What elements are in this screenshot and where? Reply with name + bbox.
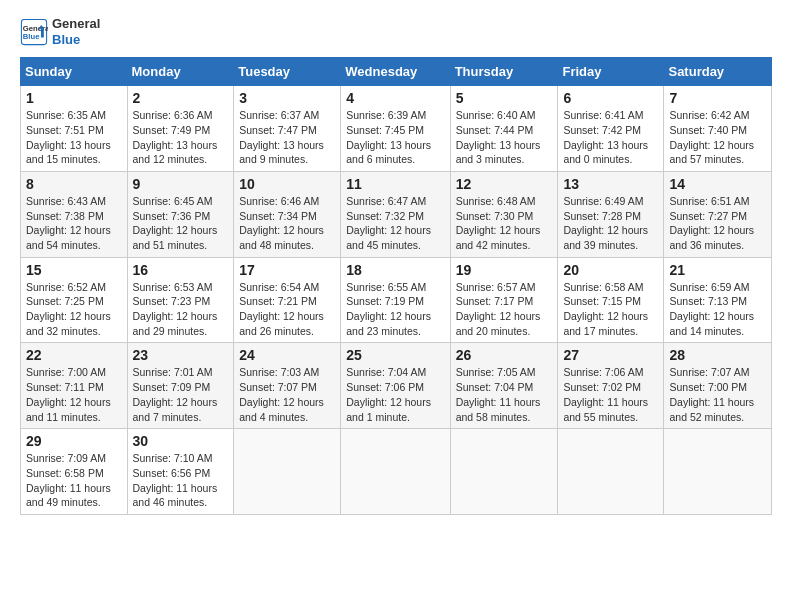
logo-icon: General Blue: [20, 18, 48, 46]
day-number: 17: [239, 262, 335, 278]
logo-text: General Blue: [52, 16, 100, 47]
day-info: Sunrise: 6:58 AM Sunset: 7:15 PM Dayligh…: [563, 280, 658, 339]
col-tuesday: Tuesday: [234, 58, 341, 86]
day-info: Sunrise: 6:57 AM Sunset: 7:17 PM Dayligh…: [456, 280, 553, 339]
table-row: 13Sunrise: 6:49 AM Sunset: 7:28 PM Dayli…: [558, 171, 664, 257]
day-info: Sunrise: 6:54 AM Sunset: 7:21 PM Dayligh…: [239, 280, 335, 339]
day-number: 24: [239, 347, 335, 363]
col-thursday: Thursday: [450, 58, 558, 86]
table-row: 1Sunrise: 6:35 AM Sunset: 7:51 PM Daylig…: [21, 86, 128, 172]
table-row: 3Sunrise: 6:37 AM Sunset: 7:47 PM Daylig…: [234, 86, 341, 172]
day-number: 6: [563, 90, 658, 106]
col-sunday: Sunday: [21, 58, 128, 86]
day-info: Sunrise: 7:09 AM Sunset: 6:58 PM Dayligh…: [26, 451, 122, 510]
table-row: 20Sunrise: 6:58 AM Sunset: 7:15 PM Dayli…: [558, 257, 664, 343]
table-row: 16Sunrise: 6:53 AM Sunset: 7:23 PM Dayli…: [127, 257, 234, 343]
day-number: 19: [456, 262, 553, 278]
svg-text:Blue: Blue: [23, 32, 40, 41]
day-number: 1: [26, 90, 122, 106]
day-number: 18: [346, 262, 444, 278]
day-info: Sunrise: 6:43 AM Sunset: 7:38 PM Dayligh…: [26, 194, 122, 253]
table-row: 8Sunrise: 6:43 AM Sunset: 7:38 PM Daylig…: [21, 171, 128, 257]
day-number: 27: [563, 347, 658, 363]
day-number: 5: [456, 90, 553, 106]
day-info: Sunrise: 7:01 AM Sunset: 7:09 PM Dayligh…: [133, 365, 229, 424]
day-number: 29: [26, 433, 122, 449]
calendar-header-row: Sunday Monday Tuesday Wednesday Thursday…: [21, 58, 772, 86]
table-row: 2Sunrise: 6:36 AM Sunset: 7:49 PM Daylig…: [127, 86, 234, 172]
day-info: Sunrise: 7:06 AM Sunset: 7:02 PM Dayligh…: [563, 365, 658, 424]
day-info: Sunrise: 7:04 AM Sunset: 7:06 PM Dayligh…: [346, 365, 444, 424]
day-info: Sunrise: 7:07 AM Sunset: 7:00 PM Dayligh…: [669, 365, 766, 424]
table-row: 29Sunrise: 7:09 AM Sunset: 6:58 PM Dayli…: [21, 429, 128, 515]
day-number: 10: [239, 176, 335, 192]
day-info: Sunrise: 7:03 AM Sunset: 7:07 PM Dayligh…: [239, 365, 335, 424]
day-info: Sunrise: 6:55 AM Sunset: 7:19 PM Dayligh…: [346, 280, 444, 339]
table-row: 27Sunrise: 7:06 AM Sunset: 7:02 PM Dayli…: [558, 343, 664, 429]
day-number: 22: [26, 347, 122, 363]
table-row: 4Sunrise: 6:39 AM Sunset: 7:45 PM Daylig…: [341, 86, 450, 172]
day-number: 26: [456, 347, 553, 363]
day-number: 14: [669, 176, 766, 192]
day-number: 20: [563, 262, 658, 278]
table-row: [558, 429, 664, 515]
day-number: 3: [239, 90, 335, 106]
day-number: 9: [133, 176, 229, 192]
table-row: 6Sunrise: 6:41 AM Sunset: 7:42 PM Daylig…: [558, 86, 664, 172]
table-row: 28Sunrise: 7:07 AM Sunset: 7:00 PM Dayli…: [664, 343, 772, 429]
col-monday: Monday: [127, 58, 234, 86]
calendar-week-row: 29Sunrise: 7:09 AM Sunset: 6:58 PM Dayli…: [21, 429, 772, 515]
day-number: 12: [456, 176, 553, 192]
day-info: Sunrise: 6:42 AM Sunset: 7:40 PM Dayligh…: [669, 108, 766, 167]
col-wednesday: Wednesday: [341, 58, 450, 86]
day-number: 23: [133, 347, 229, 363]
table-row: 9Sunrise: 6:45 AM Sunset: 7:36 PM Daylig…: [127, 171, 234, 257]
day-number: 11: [346, 176, 444, 192]
table-row: 30Sunrise: 7:10 AM Sunset: 6:56 PM Dayli…: [127, 429, 234, 515]
day-info: Sunrise: 6:49 AM Sunset: 7:28 PM Dayligh…: [563, 194, 658, 253]
col-saturday: Saturday: [664, 58, 772, 86]
table-row: 15Sunrise: 6:52 AM Sunset: 7:25 PM Dayli…: [21, 257, 128, 343]
calendar-week-row: 1Sunrise: 6:35 AM Sunset: 7:51 PM Daylig…: [21, 86, 772, 172]
day-info: Sunrise: 7:10 AM Sunset: 6:56 PM Dayligh…: [133, 451, 229, 510]
table-row: 11Sunrise: 6:47 AM Sunset: 7:32 PM Dayli…: [341, 171, 450, 257]
day-number: 28: [669, 347, 766, 363]
table-row: [234, 429, 341, 515]
day-number: 21: [669, 262, 766, 278]
calendar-table: Sunday Monday Tuesday Wednesday Thursday…: [20, 57, 772, 515]
day-info: Sunrise: 6:41 AM Sunset: 7:42 PM Dayligh…: [563, 108, 658, 167]
day-info: Sunrise: 6:37 AM Sunset: 7:47 PM Dayligh…: [239, 108, 335, 167]
day-number: 15: [26, 262, 122, 278]
table-row: 19Sunrise: 6:57 AM Sunset: 7:17 PM Dayli…: [450, 257, 558, 343]
day-info: Sunrise: 6:35 AM Sunset: 7:51 PM Dayligh…: [26, 108, 122, 167]
day-number: 7: [669, 90, 766, 106]
calendar-week-row: 15Sunrise: 6:52 AM Sunset: 7:25 PM Dayli…: [21, 257, 772, 343]
day-info: Sunrise: 6:45 AM Sunset: 7:36 PM Dayligh…: [133, 194, 229, 253]
day-info: Sunrise: 6:47 AM Sunset: 7:32 PM Dayligh…: [346, 194, 444, 253]
day-number: 8: [26, 176, 122, 192]
table-row: 10Sunrise: 6:46 AM Sunset: 7:34 PM Dayli…: [234, 171, 341, 257]
day-number: 2: [133, 90, 229, 106]
calendar-week-row: 22Sunrise: 7:00 AM Sunset: 7:11 PM Dayli…: [21, 343, 772, 429]
table-row: 18Sunrise: 6:55 AM Sunset: 7:19 PM Dayli…: [341, 257, 450, 343]
table-row: 17Sunrise: 6:54 AM Sunset: 7:21 PM Dayli…: [234, 257, 341, 343]
table-row: 5Sunrise: 6:40 AM Sunset: 7:44 PM Daylig…: [450, 86, 558, 172]
day-info: Sunrise: 6:46 AM Sunset: 7:34 PM Dayligh…: [239, 194, 335, 253]
table-row: 24Sunrise: 7:03 AM Sunset: 7:07 PM Dayli…: [234, 343, 341, 429]
logo: General Blue General Blue: [20, 16, 100, 47]
table-row: [341, 429, 450, 515]
day-info: Sunrise: 6:51 AM Sunset: 7:27 PM Dayligh…: [669, 194, 766, 253]
day-number: 16: [133, 262, 229, 278]
calendar-week-row: 8Sunrise: 6:43 AM Sunset: 7:38 PM Daylig…: [21, 171, 772, 257]
svg-text:General: General: [23, 23, 48, 32]
day-info: Sunrise: 7:05 AM Sunset: 7:04 PM Dayligh…: [456, 365, 553, 424]
table-row: 21Sunrise: 6:59 AM Sunset: 7:13 PM Dayli…: [664, 257, 772, 343]
day-info: Sunrise: 7:00 AM Sunset: 7:11 PM Dayligh…: [26, 365, 122, 424]
table-row: 22Sunrise: 7:00 AM Sunset: 7:11 PM Dayli…: [21, 343, 128, 429]
page: General Blue General Blue Sunday Monday …: [0, 0, 792, 612]
header: General Blue General Blue: [20, 16, 772, 47]
day-number: 13: [563, 176, 658, 192]
table-row: [664, 429, 772, 515]
table-row: 14Sunrise: 6:51 AM Sunset: 7:27 PM Dayli…: [664, 171, 772, 257]
table-row: [450, 429, 558, 515]
